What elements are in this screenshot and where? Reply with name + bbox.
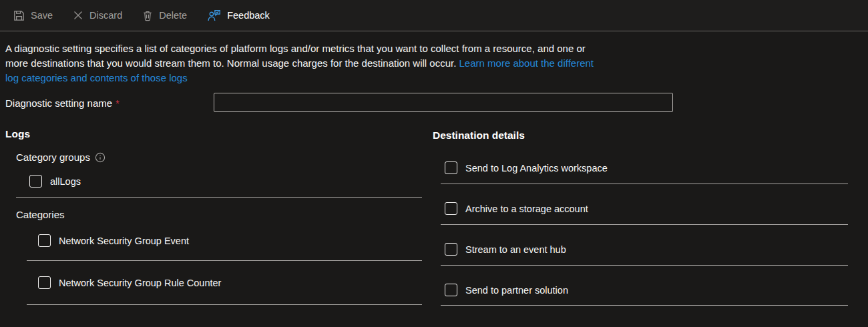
diagnostic-setting-name-label: Diagnostic setting name* [5, 97, 120, 109]
feedback-label: Feedback [227, 10, 270, 21]
alllogs-checkbox[interactable] [29, 175, 42, 188]
storage-account-checkbox[interactable] [445, 202, 457, 215]
event-hub-checkbox[interactable] [445, 243, 457, 256]
log-analytics-label: Send to Log Analytics workspace [465, 163, 608, 174]
required-asterisk: * [116, 97, 120, 109]
save-button[interactable]: Save [12, 7, 54, 24]
categories-label-text: Categories [16, 209, 65, 220]
checkbox-row-storage-account: Archive to a storage account [445, 202, 588, 215]
checkbox-row-alllogs: allLogs [29, 175, 81, 188]
divider [27, 260, 422, 261]
partner-solution-label: Send to partner solution [465, 285, 568, 296]
checkbox-row-nsg-event: Network Security Group Event [38, 234, 189, 247]
category-groups-label: Category groups [16, 151, 105, 163]
save-label: Save [31, 10, 53, 21]
delete-button[interactable]: Delete [141, 7, 188, 24]
nsg-event-checkbox[interactable] [38, 234, 51, 247]
command-bar: Save Discard Delete [0, 0, 868, 31]
divider [16, 197, 422, 198]
checkbox-row-partner-solution: Send to partner solution [445, 284, 568, 296]
divider [27, 304, 422, 305]
delete-label: Delete [159, 10, 187, 21]
destination-details-title: Destination details [433, 129, 525, 141]
feedback-button[interactable]: Feedback [206, 7, 271, 25]
save-icon [13, 10, 25, 21]
name-label-text: Diagnostic setting name [5, 97, 112, 109]
description: A diagnostic setting specifies a list of… [5, 41, 594, 85]
divider [441, 265, 848, 266]
diagnostic-setting-name-input[interactable] [214, 93, 673, 112]
storage-account-label: Archive to a storage account [465, 204, 588, 214]
feedback-person-icon [207, 9, 221, 22]
logs-section-title: Logs [5, 128, 30, 140]
divider [441, 305, 848, 306]
divider [441, 184, 848, 184]
trash-icon [142, 10, 153, 21]
diagnostic-setting-panel: Save Discard Delete [0, 0, 868, 327]
nsg-rule-counter-checkbox[interactable] [38, 276, 51, 289]
category-groups-label-text: Category groups [16, 151, 90, 163]
event-hub-label: Stream to an event hub [465, 244, 566, 255]
log-analytics-checkbox[interactable] [445, 161, 457, 174]
info-icon[interactable] [95, 152, 105, 163]
checkbox-row-nsg-rule-counter: Network Security Group Rule Counter [38, 276, 221, 289]
discard-x-icon [73, 10, 83, 21]
checkbox-row-log-analytics: Send to Log Analytics workspace [445, 161, 608, 174]
nsg-rule-counter-label: Network Security Group Rule Counter [59, 278, 221, 288]
categories-label: Categories [16, 209, 65, 220]
alllogs-label: allLogs [50, 176, 81, 187]
checkbox-row-event-hub: Stream to an event hub [445, 243, 566, 256]
discard-label: Discard [89, 10, 122, 21]
divider [441, 224, 848, 225]
nsg-event-label: Network Security Group Event [59, 236, 189, 246]
partner-solution-checkbox[interactable] [445, 284, 457, 296]
discard-button[interactable]: Discard [71, 7, 124, 23]
